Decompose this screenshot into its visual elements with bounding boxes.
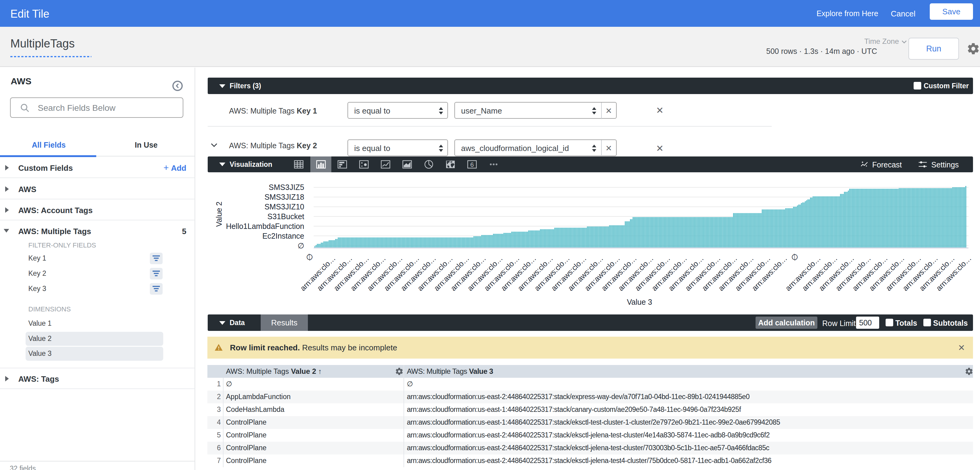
svg-text:6: 6 [470,161,474,168]
